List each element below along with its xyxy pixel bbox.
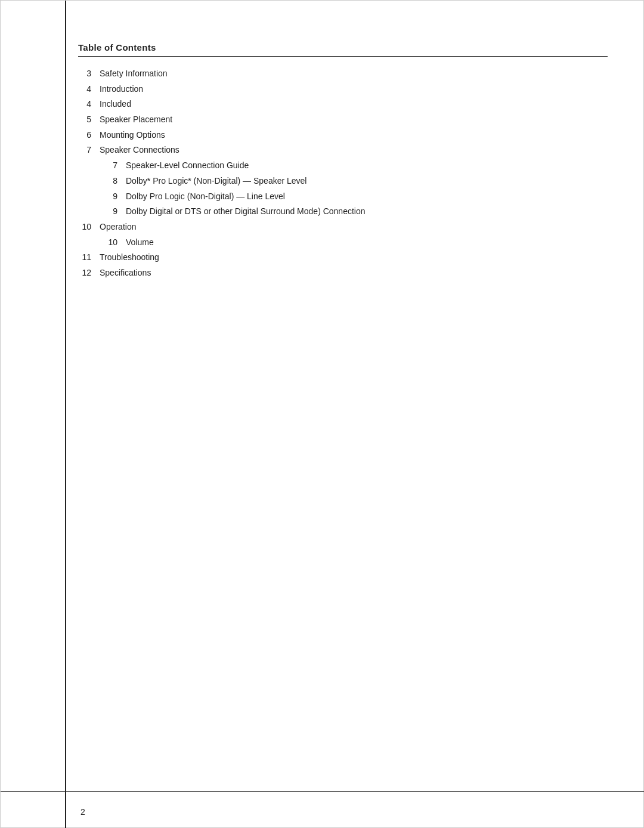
toc-item: 5Speaker Placement bbox=[78, 113, 608, 126]
toc-number: 7 bbox=[78, 144, 100, 157]
toc-number: 12 bbox=[78, 267, 100, 280]
toc-number: 4 bbox=[78, 83, 100, 96]
toc-number: 9 bbox=[78, 190, 126, 203]
page: Table of Contents 3Safety Information4In… bbox=[0, 0, 644, 828]
toc-label: Included bbox=[100, 98, 608, 111]
toc-number: 9 bbox=[78, 205, 126, 218]
toc-rule bbox=[78, 56, 608, 57]
toc-number: 10 bbox=[78, 221, 100, 234]
toc-item: 11Troubleshooting bbox=[78, 251, 608, 264]
toc-label: Dolby Pro Logic (Non-Digital) — Line Lev… bbox=[126, 190, 608, 203]
toc-item: 10Operation bbox=[78, 221, 608, 234]
toc-item: 7Speaker Connections bbox=[78, 144, 608, 157]
toc-item: 3Safety Information bbox=[78, 67, 608, 81]
toc-item: 10Volume bbox=[78, 236, 608, 249]
toc-list: 3Safety Information4Introduction4Include… bbox=[78, 67, 608, 280]
toc-label: Safety Information bbox=[100, 67, 608, 81]
toc-item: 9Dolby Pro Logic (Non-Digital) — Line Le… bbox=[78, 190, 608, 203]
toc-number: 11 bbox=[78, 251, 100, 264]
toc-number: 3 bbox=[78, 67, 100, 81]
toc-label: Dolby* Pro Logic* (Non-Digital) — Speake… bbox=[126, 175, 608, 188]
toc-item: 8Dolby* Pro Logic* (Non-Digital) — Speak… bbox=[78, 175, 608, 188]
toc-content: Table of Contents 3Safety Information4In… bbox=[78, 42, 608, 780]
toc-label: Dolby Digital or DTS or other Digital Su… bbox=[126, 205, 608, 218]
toc-label: Volume bbox=[126, 236, 608, 249]
toc-item: 7Speaker-Level Connection Guide bbox=[78, 159, 608, 172]
toc-label: Specifications bbox=[100, 267, 608, 280]
toc-item: 12Specifications bbox=[78, 267, 608, 280]
toc-number: 4 bbox=[78, 98, 100, 111]
toc-label: Introduction bbox=[100, 83, 608, 96]
page-number: 2 bbox=[65, 807, 101, 817]
toc-label: Speaker Placement bbox=[100, 113, 608, 126]
toc-item: 4Included bbox=[78, 98, 608, 111]
toc-label: Operation bbox=[100, 221, 608, 234]
bottom-line bbox=[1, 791, 644, 792]
toc-number: 7 bbox=[78, 159, 126, 172]
toc-heading: Table of Contents bbox=[78, 42, 608, 52]
toc-number: 6 bbox=[78, 129, 100, 142]
toc-number: 10 bbox=[78, 236, 126, 249]
toc-item: 9Dolby Digital or DTS or other Digital S… bbox=[78, 205, 608, 218]
toc-number: 8 bbox=[78, 175, 126, 188]
toc-number: 5 bbox=[78, 113, 100, 126]
toc-label: Speaker-Level Connection Guide bbox=[126, 159, 608, 172]
toc-label: Speaker Connections bbox=[100, 144, 608, 157]
toc-label: Mounting Options bbox=[100, 129, 608, 142]
toc-item: 4Introduction bbox=[78, 83, 608, 96]
toc-item: 6Mounting Options bbox=[78, 129, 608, 142]
toc-label: Troubleshooting bbox=[100, 251, 608, 264]
left-border bbox=[65, 1, 66, 828]
